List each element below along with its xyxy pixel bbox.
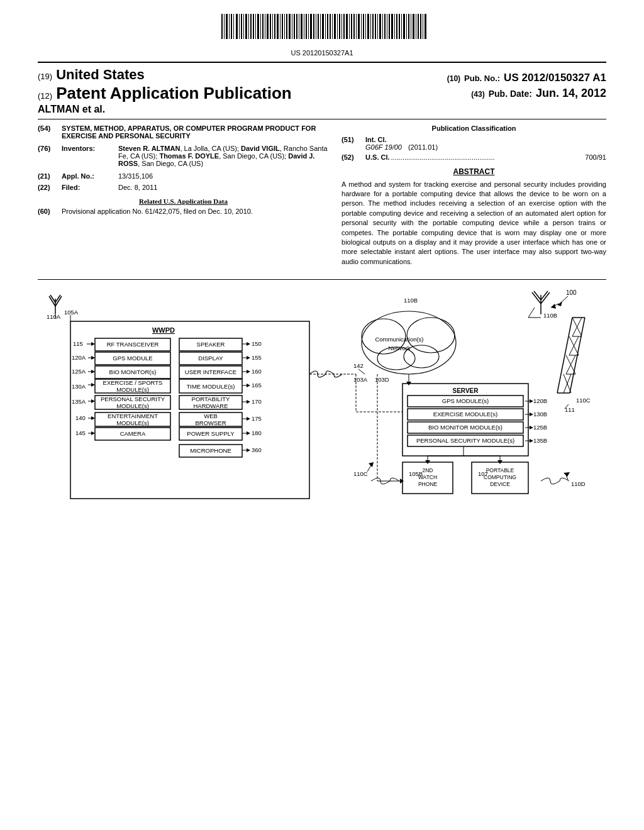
diagram-section: 100 110A 105A WWPD [38,279,606,515]
svg-line-203 [528,307,535,318]
filed-date: Dec. 8, 2011 [118,184,157,191]
svg-marker-202 [400,479,404,484]
svg-rect-65 [377,14,378,39]
microphone-text: MICROPHONE [190,447,231,454]
svg-rect-11 [248,14,249,39]
svg-rect-76 [403,14,405,39]
bio-monitors-text: BIO MONITOR(s) [109,368,157,375]
svg-rect-10 [245,14,247,39]
personal-security-text2: MODULE(s) [116,402,149,409]
ref-155: 155 [252,354,262,361]
svg-rect-61 [367,14,369,39]
svg-marker-109 [91,370,95,374]
svg-rect-19 [267,14,269,39]
svg-rect-25 [282,14,283,39]
svg-rect-44 [327,14,328,39]
svg-rect-53 [349,14,350,39]
portable-computing-text1: PORTABLE [486,467,514,473]
svg-marker-133 [91,431,95,435]
ref-110C: 110C [576,397,591,404]
svg-rect-79 [411,14,411,39]
svg-marker-107 [247,356,250,360]
pub-no-value: US 2012/0150327 A1 [504,72,606,84]
exercise-sports-text2: MODULE(s) [116,386,149,393]
web-browser-text2: BROWSER [195,419,226,426]
svg-rect-5 [233,14,234,39]
gps-module-s-text: GPS MODULE(s) [442,397,489,404]
svg-marker-147 [551,304,556,309]
svg-rect-77 [406,14,407,39]
svg-rect-32 [299,14,299,39]
filed-section: (22) Filed: Dec. 8, 2011 [38,184,329,191]
svg-marker-97 [91,342,95,346]
comm-network-text1: Communication(s) [375,336,423,343]
svg-rect-74 [399,14,400,39]
svg-rect-12 [250,14,252,39]
related-app-title: Related U.S. Application Data [38,197,329,205]
ref-360: 360 [252,446,262,453]
svg-rect-63 [372,14,374,39]
svg-rect-38 [313,14,314,39]
ref-180: 180 [252,429,262,436]
svg-rect-8 [241,14,242,39]
svg-point-166 [407,318,455,353]
us-cl-dots: ........................................… [391,153,586,161]
appl-no-value: 13/315,106 [118,172,153,180]
rf-transceiver-text: RF TRANSCEIVER [107,341,159,348]
entertainment-text1: ENTERTAINMENT [108,412,158,419]
doc-type: Patent Application Publication [56,84,292,102]
svg-rect-62 [370,14,371,39]
svg-rect-9 [243,14,244,39]
ref-160: 160 [252,368,262,375]
title-section: (54) SYSTEM, METHOD, APPARATUS, OR COMPU… [38,124,329,140]
svg-rect-26 [284,14,285,39]
svg-rect-45 [330,14,331,39]
svg-rect-27 [286,14,287,39]
svg-rect-36 [308,14,309,39]
related-app-section: Related U.S. Application Data (60) Provi… [38,197,329,215]
svg-rect-40 [318,14,319,39]
svg-rect-41 [320,14,321,39]
server-title: SERVER [453,387,479,394]
time-module-text: TIME MODULE(s) [186,383,235,390]
svg-rect-64 [375,14,376,39]
svg-rect-23 [277,14,279,39]
bio-monitor-module-s-text: BIO MONITOR MODULE(s) [428,424,502,431]
svg-rect-47 [334,14,336,39]
svg-rect-21 [272,14,273,39]
watch-phone-text3: PHONE [418,481,438,487]
svg-rect-3 [229,14,230,39]
svg-rect-67 [382,14,383,39]
svg-rect-20 [270,14,271,39]
svg-rect-29 [292,14,292,39]
svg-rect-42 [322,14,324,39]
portable-computing-text2: COMPUTING [484,474,516,480]
user-interface-text: USER INTERFACE [185,368,236,375]
exercise-module-s-text: EXERCISE MODULE(s) [433,411,497,418]
svg-line-183 [367,465,371,472]
svg-rect-24 [280,14,280,39]
svg-rect-49 [339,14,340,39]
svg-line-169 [358,369,365,374]
ref-140: 140 [75,414,86,421]
left-header: (19) United States (12) Patent Applicati… [38,67,322,115]
us-cl-section: (52) U.S. Cl. ..........................… [341,153,606,161]
watch-phone-text2: WATCH [418,474,437,480]
svg-rect-30 [294,14,295,39]
header-row: (19) United States (12) Patent Applicati… [38,67,606,115]
pub-date-label: Pub. Date: [489,89,532,99]
exercise-sports-text1: EXERCISE / SPORTS [103,379,163,386]
wwpd-title: WWPD [152,326,175,334]
ref-105A-label: 105A [64,309,79,316]
header-divider [38,119,606,119]
svg-rect-35 [306,14,307,39]
svg-rect-83 [420,14,421,39]
svg-marker-113 [247,370,250,374]
barcode-svg [171,13,473,44]
svg-marker-101 [247,342,250,346]
svg-rect-60 [365,14,366,39]
left-col: (54) SYSTEM, METHOD, APPARATUS, OR COMPU… [38,124,329,267]
ref-165: 165 [252,382,262,389]
ref-120A: 120A [72,354,86,361]
entertainment-text2: MODULE(s) [116,419,149,426]
